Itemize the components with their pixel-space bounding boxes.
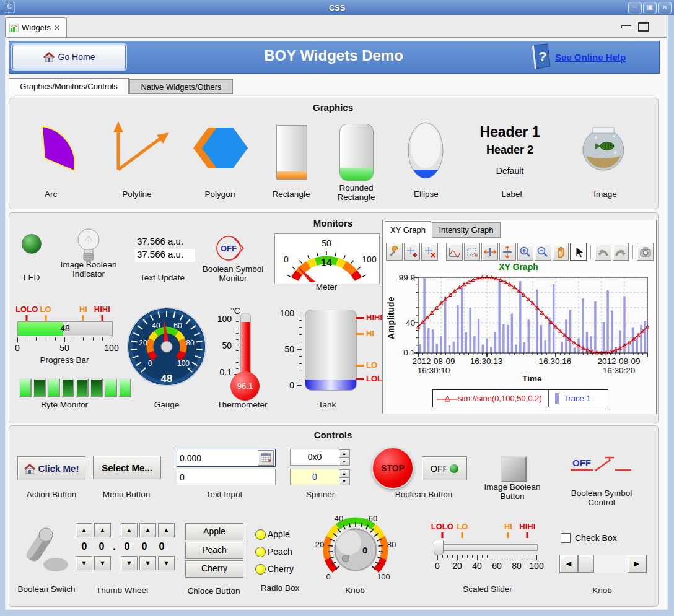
checkbox-label: Check Box	[575, 533, 617, 543]
widgets-view-tab[interactable]: Widgets ✕	[5, 17, 67, 37]
svg-text:80: 80	[387, 540, 396, 549]
spinner-top[interactable]: 0x0 ▲▼	[290, 449, 350, 466]
choice-option-Cherry[interactable]: Cherry	[185, 560, 243, 578]
menu-button-label: Select Me...	[102, 462, 152, 473]
tab-xy-graph[interactable]: XY Graph	[385, 221, 431, 238]
action-button[interactable]: Click Me!	[17, 456, 85, 480]
thumbwheel-up-icon[interactable]: ▲	[76, 523, 92, 537]
thumbwheel-up-icon[interactable]: ▲	[121, 523, 138, 537]
thermometer-value: 96.1	[237, 381, 253, 391]
thumbwheel-down-icon[interactable]: ▼	[158, 556, 175, 570]
thumbwheel-down-icon[interactable]: ▼	[76, 556, 92, 570]
legend-line-swatch	[437, 394, 458, 403]
thumbwheel-up-row: ▲▲▲▲▲	[76, 523, 177, 537]
slider-scale-labels: 020406080100	[437, 561, 536, 571]
radio-option-Peach[interactable]: Peach	[255, 543, 294, 560]
radio-option-Cherry[interactable]: Cherry	[255, 560, 294, 578]
x-tick-1: 16:30:13	[452, 357, 520, 366]
scrollbar-thumb[interactable]	[578, 555, 594, 573]
menu-button[interactable]: Select Me...	[93, 456, 161, 479]
calendar-button[interactable]	[258, 450, 274, 466]
spinner-bottom[interactable]: 0 ▲▼	[290, 469, 350, 485]
slider-thumb[interactable]	[434, 540, 444, 555]
boolean-stop-button[interactable]: STOP	[372, 447, 414, 489]
ellipse-widget	[407, 121, 445, 181]
scrollbar-knob-caption: Knob	[592, 586, 612, 595]
auto-scale-icon[interactable]	[446, 243, 463, 261]
thumbwheel-up-icon[interactable]: ▲	[139, 523, 156, 537]
xy-plot[interactable]: Amplitude 99.9 40 0.1	[385, 272, 653, 367]
scrollbar-left-icon[interactable]: ◀	[559, 555, 578, 573]
snapshot-icon[interactable]	[637, 243, 654, 261]
redo-icon[interactable]	[613, 243, 629, 261]
window-close-button[interactable]: ✕	[658, 2, 672, 14]
horizontal-zoom-icon[interactable]	[481, 243, 498, 261]
boolean-symbol-monitor-widget: OFF	[215, 233, 246, 263]
text-input-bottom-value: 0	[180, 472, 185, 482]
text-input-top[interactable]: 0.000	[177, 449, 276, 467]
go-home-button[interactable]: Go Home	[12, 45, 126, 69]
zoom-in-icon[interactable]	[517, 243, 534, 261]
thumbwheel-up-icon[interactable]: ▲	[94, 523, 111, 537]
scrollbar-right-icon[interactable]: ▶	[628, 555, 646, 573]
tab-intensity-graph[interactable]: Intensity Graph	[432, 222, 501, 238]
image-boolean-button-caption: Image Boolean Button	[475, 482, 549, 501]
toolbar-separator	[590, 245, 591, 259]
byte-monitor-bit	[76, 378, 89, 397]
thumbwheel-down-icon[interactable]: ▼	[121, 556, 138, 570]
choice-option-Peach[interactable]: Peach	[185, 542, 243, 559]
slider-track[interactable]	[437, 544, 538, 551]
thumbwheel-up-icon[interactable]: ▲	[158, 523, 175, 537]
toolbar-separator	[632, 245, 633, 259]
image-boolean-button[interactable]	[501, 456, 527, 482]
tab-graphics-monitors-controls[interactable]: Graphics/Monitors/Controls	[9, 78, 129, 94]
thumbwheel-down-icon[interactable]: ▼	[94, 556, 111, 570]
byte-monitor-bit	[104, 378, 117, 397]
radio-option-Apple[interactable]: Apple	[255, 526, 294, 543]
configure-icon[interactable]	[386, 243, 403, 261]
go-home-label: Go Home	[58, 52, 95, 62]
panning-icon[interactable]	[553, 243, 569, 261]
boolean-symbol-control[interactable]: OFF	[567, 454, 636, 479]
progress-value: 48	[18, 323, 112, 333]
choice-option-Apple[interactable]: Apple	[185, 523, 243, 540]
view-tab-close-icon[interactable]: ✕	[54, 24, 60, 32]
window-maximize-button[interactable]: ▣	[643, 2, 657, 14]
checkbox-square[interactable]	[561, 533, 571, 543]
scrollbar-knob-widget[interactable]: ◀ ▶	[559, 555, 647, 573]
remove-annotation-icon[interactable]	[421, 243, 438, 261]
boolean-off-button[interactable]: OFF	[422, 456, 467, 480]
online-help-link[interactable]: See Online Help	[555, 52, 626, 63]
byte-monitor-caption: Byte Monitor	[41, 400, 88, 409]
tank-marker-HI: HI	[366, 329, 374, 338]
tank-caption: Tank	[318, 400, 336, 409]
rubberband-zoom-icon[interactable]	[464, 243, 481, 261]
minimize-view-icon[interactable]	[621, 25, 631, 28]
tab-native-widgets-others[interactable]: Native Widgets/Others	[129, 79, 233, 94]
zoom-out-icon[interactable]	[535, 243, 551, 261]
svg-text:40: 40	[335, 514, 343, 523]
maximize-view-icon[interactable]	[638, 22, 649, 32]
vertical-zoom-icon[interactable]	[499, 243, 516, 261]
text-input-caption: Text Input	[206, 490, 243, 499]
boolean-switch[interactable]	[25, 519, 72, 581]
pointer-icon[interactable]	[570, 243, 587, 261]
svg-text:20: 20	[315, 540, 324, 549]
scrollbar-track[interactable]	[594, 555, 628, 573]
x-axis-label: Time	[470, 374, 594, 383]
window-minimize-button[interactable]: ─	[628, 2, 642, 14]
thumb-wheel[interactable]: ▲▲▲▲▲ 00.000 ▼▼▼▼▼	[76, 523, 177, 570]
undo-icon[interactable]	[595, 243, 611, 261]
window-titlebar[interactable]: C CSS	[0, 0, 674, 15]
rectangle-caption: Rectangle	[273, 189, 310, 199]
progress-bar-widget: 48	[17, 321, 113, 336]
add-annotation-icon[interactable]	[404, 243, 421, 261]
thumbwheel-digit-row: 00.000	[76, 537, 177, 556]
thumbwheel-down-icon[interactable]: ▼	[139, 556, 156, 570]
text-input-bottom[interactable]: 0	[177, 469, 276, 485]
spinner-top-buttons[interactable]: ▲▼	[339, 449, 349, 465]
spinner-bottom-buttons[interactable]: ▲▼	[339, 469, 349, 485]
knob-widget[interactable]: 0 20 40 60 80 100 0	[312, 511, 400, 583]
check-box[interactable]: Check Box	[561, 533, 617, 543]
text-update-value-bottom: 37.566 a.u.	[135, 249, 195, 262]
